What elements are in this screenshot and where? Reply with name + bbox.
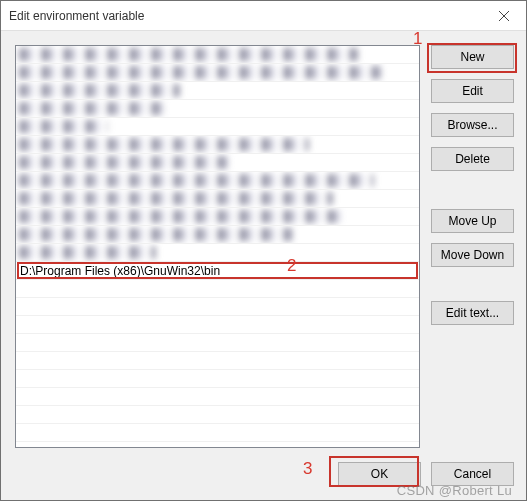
list-item[interactable] [16,82,419,100]
annotation-number-1: 1 [413,29,422,49]
list-item[interactable] [16,388,419,406]
list-item[interactable] [16,298,419,316]
move-up-button[interactable]: Move Up [431,209,514,233]
list-item[interactable] [16,154,419,172]
list-item[interactable] [16,226,419,244]
list-item[interactable] [16,46,419,64]
edit-button[interactable]: Edit [431,79,514,103]
window-title: Edit environment variable [9,9,481,23]
move-down-button[interactable]: Move Down [431,243,514,267]
path-listbox[interactable]: D:\Program Files (x86)\GnuWin32\bin [15,45,420,448]
list-item-selected[interactable]: D:\Program Files (x86)\GnuWin32\bin [16,262,419,280]
list-item[interactable] [16,172,419,190]
list-item[interactable] [16,136,419,154]
edit-text-button[interactable]: Edit text... [431,301,514,325]
list-item[interactable] [16,280,419,298]
side-button-column: New Edit Browse... Delete Move Up Move D… [431,45,514,335]
list-item[interactable] [16,208,419,226]
window-close-button[interactable] [481,1,526,31]
ok-button[interactable]: OK [338,462,421,486]
list-item[interactable] [16,370,419,388]
dialog-action-buttons: OK Cancel [338,462,514,486]
list-item[interactable] [16,118,419,136]
list-item[interactable] [16,64,419,82]
list-item[interactable] [16,406,419,424]
list-item[interactable] [16,244,419,262]
cancel-button[interactable]: Cancel [431,462,514,486]
list-item[interactable] [16,352,419,370]
list-item[interactable] [16,316,419,334]
annotation-number-2: 2 [287,256,296,276]
close-icon [499,11,509,21]
new-button[interactable]: New [431,45,514,69]
list-item[interactable] [16,190,419,208]
titlebar: Edit environment variable [1,1,526,31]
list-item[interactable] [16,424,419,442]
list-item[interactable] [16,100,419,118]
list-item[interactable] [16,334,419,352]
browse-button[interactable]: Browse... [431,113,514,137]
client-area: D:\Program Files (x86)\GnuWin32\bin New … [1,31,526,500]
dialog-window: Edit environment variable D:\Program Fil… [0,0,527,501]
list-item-text: D:\Program Files (x86)\GnuWin32\bin [20,264,220,278]
delete-button[interactable]: Delete [431,147,514,171]
annotation-number-3: 3 [303,459,312,479]
